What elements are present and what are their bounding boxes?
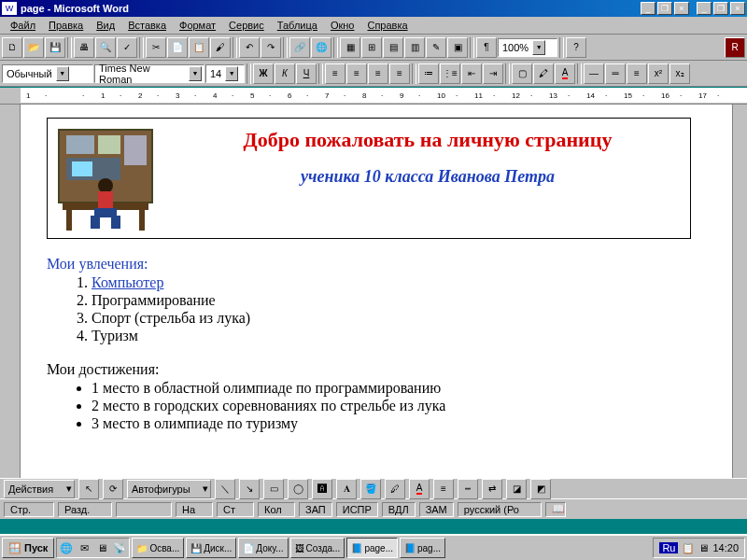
menu-view[interactable]: Вид: [90, 18, 121, 33]
bullets-button[interactable]: ⋮≡: [440, 63, 460, 84]
preview-button[interactable]: 🔍: [95, 37, 116, 58]
hr3-button[interactable]: ≡: [627, 63, 647, 84]
textbox-button[interactable]: 🅰: [312, 479, 332, 499]
font-color2-button[interactable]: A: [409, 479, 430, 499]
spellcheck-button[interactable]: ✓: [117, 37, 137, 58]
align-center-button[interactable]: ≡: [346, 63, 367, 84]
wordart-button[interactable]: 𝐀: [336, 479, 357, 499]
task-item[interactable]: 📁Осва...: [132, 538, 184, 558]
subscript-button[interactable]: x₂: [669, 63, 690, 84]
menu-table[interactable]: Таблица: [271, 18, 324, 33]
save-button[interactable]: 💾: [45, 37, 65, 58]
menu-format[interactable]: Формат: [173, 18, 222, 33]
task-item[interactable]: 💾Диск...: [186, 538, 236, 558]
excel-button[interactable]: ▤: [383, 37, 403, 58]
dash-style-button[interactable]: ┅: [458, 479, 478, 499]
mdi-minimize-button[interactable]: _: [697, 2, 712, 15]
hyperlink-button[interactable]: 🔗: [289, 37, 310, 58]
indent-dec-button[interactable]: ⇤: [461, 63, 482, 84]
menu-window[interactable]: Окно: [324, 18, 361, 33]
mdi-restore-button[interactable]: ❐: [713, 2, 728, 15]
print-button[interactable]: 🖶: [74, 37, 94, 58]
arrow-style-button[interactable]: ⇄: [482, 479, 502, 499]
line-style-button[interactable]: ≡: [433, 479, 454, 499]
status-ext[interactable]: ВДЛ: [382, 502, 416, 517]
autoshapes-menu[interactable]: Автофигуры▾: [127, 480, 211, 498]
menu-insert[interactable]: Вставка: [121, 18, 173, 33]
underline-button[interactable]: Ч: [296, 63, 317, 84]
superscript-button[interactable]: x²: [648, 63, 669, 84]
close-button[interactable]: ×: [674, 2, 689, 15]
show-all-button[interactable]: ¶: [476, 37, 497, 58]
task-item-active[interactable]: 📘page...: [346, 538, 398, 558]
rectangle-button[interactable]: ▭: [263, 479, 284, 499]
ql-mail-icon[interactable]: ✉: [76, 539, 92, 556]
status-book-icon[interactable]: 📖: [545, 502, 566, 517]
tray-clock[interactable]: 14:20: [712, 542, 739, 553]
ql-channels-icon[interactable]: 📡: [111, 539, 128, 556]
numbering-button[interactable]: ≔: [418, 63, 439, 84]
shadow-button[interactable]: ◪: [506, 479, 527, 499]
select-objects-button[interactable]: ↖: [78, 479, 99, 499]
status-lang[interactable]: русский (Ро: [458, 502, 542, 517]
ruler[interactable]: 1··1·2·3·4·5·6·7·8·9·10·11·12·13·14·15·1…: [0, 88, 747, 105]
mdi-close-button[interactable]: ×: [730, 2, 745, 15]
bold-button[interactable]: Ж: [253, 63, 274, 84]
fontsize-combo[interactable]: 14▼: [205, 64, 245, 83]
rotate-button[interactable]: ⟳: [103, 479, 123, 499]
hobby-link[interactable]: Компьютер: [92, 274, 163, 290]
menu-file[interactable]: Файл: [4, 18, 42, 33]
task-item[interactable]: 📄Доку...: [238, 538, 288, 558]
indent-inc-button[interactable]: ⇥: [483, 63, 503, 84]
align-right-button[interactable]: ≡: [368, 63, 388, 84]
restore-button[interactable]: ❐: [657, 2, 672, 15]
copy-button[interactable]: 📄: [167, 37, 188, 58]
lang-indicator[interactable]: Ru: [659, 542, 678, 553]
task-item[interactable]: 📘pag...: [400, 538, 445, 558]
tray-icon[interactable]: 📋: [682, 542, 695, 554]
vertical-scrollbar[interactable]: [732, 105, 747, 478]
help-button[interactable]: ?: [566, 37, 586, 58]
justify-button[interactable]: ≡: [389, 63, 410, 84]
open-button[interactable]: 📂: [23, 37, 44, 58]
docmap-button[interactable]: ▣: [447, 37, 468, 58]
start-button[interactable]: 🪟 Пуск: [2, 538, 54, 558]
highlight-button[interactable]: 🖍: [533, 63, 554, 84]
menu-edit[interactable]: Правка: [42, 18, 90, 33]
hr1-button[interactable]: —: [584, 63, 604, 84]
style-combo[interactable]: Обычный▼: [2, 64, 93, 83]
tray-icon[interactable]: 🖥: [698, 542, 709, 553]
task-item[interactable]: 🖼Созда...: [290, 538, 345, 558]
undo-button[interactable]: ↶: [239, 37, 260, 58]
zoom-combo[interactable]: 100%▼: [498, 38, 557, 57]
line-color-button[interactable]: 🖊: [385, 479, 405, 499]
align-left-button[interactable]: ≡: [325, 63, 345, 84]
new-button[interactable]: 🗋: [2, 37, 22, 58]
font-combo[interactable]: Times New Roman▼: [94, 64, 204, 83]
cut-button[interactable]: ✂: [146, 37, 166, 58]
3d-button[interactable]: ◩: [530, 479, 551, 499]
minimize-button[interactable]: _: [641, 2, 655, 15]
page-content[interactable]: Добро пожаловать на личную страницу учен…: [21, 105, 732, 478]
insert-table-button[interactable]: ⊞: [361, 37, 382, 58]
menu-tools[interactable]: Сервис: [222, 18, 271, 33]
ql-ie-icon[interactable]: 🌐: [58, 539, 75, 556]
font-color-button[interactable]: A: [555, 63, 575, 84]
columns-button[interactable]: ▥: [404, 37, 425, 58]
oval-button[interactable]: ◯: [288, 479, 308, 499]
format-painter-button[interactable]: 🖌: [210, 37, 231, 58]
fill-color-button[interactable]: 🪣: [360, 479, 381, 499]
hr2-button[interactable]: ═: [605, 63, 626, 84]
borders-button[interactable]: ▢: [512, 63, 532, 84]
italic-button[interactable]: К: [275, 63, 295, 84]
line-button[interactable]: ＼: [215, 479, 235, 499]
menu-help[interactable]: Справка: [360, 18, 414, 33]
tables-button[interactable]: ▦: [340, 37, 360, 58]
redo-button[interactable]: ↷: [261, 37, 281, 58]
web-toolbar-button[interactable]: 🌐: [311, 37, 331, 58]
actions-menu[interactable]: Действия▾: [4, 480, 75, 498]
arrow-button[interactable]: ↘: [239, 479, 260, 499]
drawing-button[interactable]: ✎: [426, 37, 446, 58]
custom-button[interactable]: R: [725, 37, 745, 58]
status-trk[interactable]: ИСПР: [336, 502, 378, 517]
